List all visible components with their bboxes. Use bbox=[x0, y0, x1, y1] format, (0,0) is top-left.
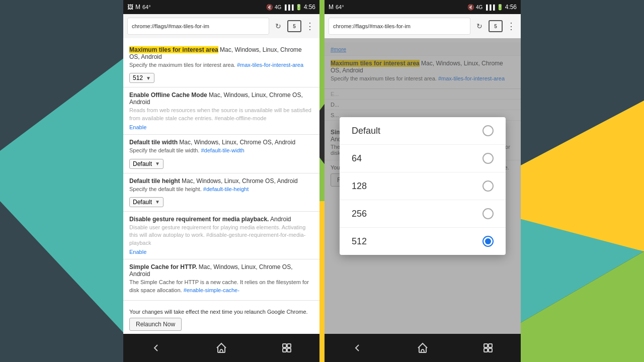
recents-btn-2[interactable] bbox=[475, 338, 501, 358]
signal-icon-2: 4G bbox=[476, 5, 482, 10]
flag-tile-width-desc: Specify the default tile width. #default… bbox=[129, 147, 313, 154]
flag-offline-link[interactable]: #enable-offline-mode bbox=[214, 115, 266, 121]
flag-offline-enable[interactable]: Enable bbox=[129, 124, 313, 130]
flag-tile-height-title-text: Default tile height bbox=[129, 177, 180, 185]
flag-gesture-platforms: Android bbox=[269, 216, 291, 223]
flag-tile-height-link[interactable]: #default-tile-height bbox=[203, 186, 249, 192]
back-btn-2[interactable] bbox=[345, 338, 370, 358]
modal-dialog: Default 64 128 256 bbox=[340, 117, 506, 255]
tile-width-dropdown[interactable]: Default ▼ bbox=[129, 159, 164, 169]
nav-bar-2 bbox=[325, 334, 521, 362]
svg-rect-15 bbox=[484, 344, 488, 347]
flags-list-1: Maximum tiles for interest area Mac, Win… bbox=[123, 38, 319, 305]
radio-circle-256[interactable] bbox=[482, 208, 494, 219]
flag-highlight: Maximum tiles for interest area bbox=[129, 46, 218, 53]
tile-width-arrow: ▼ bbox=[155, 161, 160, 166]
radio-option-256[interactable]: 256 bbox=[340, 200, 506, 228]
flag-gesture-enable[interactable]: Enable bbox=[129, 249, 313, 255]
url-input-2[interactable]: chrome://flags/#max-tiles-for-im bbox=[329, 18, 470, 35]
flag-tile-height-platforms: Mac, Windows, Linux, Chrome OS, Android bbox=[180, 177, 298, 185]
svg-rect-16 bbox=[489, 344, 492, 347]
mute-icon-2: 🔇 bbox=[467, 4, 474, 11]
radio-option-64[interactable]: 64 bbox=[340, 145, 506, 172]
address-bar-2[interactable]: chrome://flags/#max-tiles-for-im ↻ 5 ⋮ bbox=[325, 14, 521, 38]
tile-width-value: Default bbox=[133, 160, 152, 167]
svg-rect-18 bbox=[489, 348, 492, 352]
temp-1: 64° bbox=[142, 4, 151, 10]
url-input-1[interactable]: chrome://flags/#max-tiles-for-im bbox=[127, 18, 269, 35]
flag-simple-cache-link[interactable]: #enable-simple-cache- bbox=[184, 287, 239, 293]
home-btn-2[interactable] bbox=[410, 338, 435, 358]
phone-1: 🖼 M 64° 🔇 4G ▐▐▐ 🔋 4:56 chrome://flags/#… bbox=[123, 0, 319, 362]
relaunch-btn-1[interactable]: Relaunch Now bbox=[129, 318, 182, 331]
bars-icon: ▐▐▐ bbox=[283, 5, 293, 10]
tabs-btn-2[interactable]: 5 bbox=[489, 20, 503, 32]
radio-circle-default[interactable] bbox=[482, 125, 494, 136]
temp-2: 64° bbox=[336, 4, 344, 10]
max-tiles-value: 512 bbox=[133, 74, 143, 81]
menu-btn-1[interactable]: ⋮ bbox=[304, 21, 315, 32]
flag-simple-cache-title: Simple Cache for HTTP. Mac, Windows, Lin… bbox=[129, 263, 313, 278]
status-left-2: M 64° bbox=[329, 4, 344, 11]
flag-max-tiles-title: Maximum tiles for interest area Mac, Win… bbox=[129, 46, 313, 60]
radio-option-128[interactable]: 128 bbox=[340, 172, 506, 200]
flag-offline-title-text: Enable Offline Cache Mode bbox=[129, 92, 207, 99]
max-tiles-arrow: ▼ bbox=[146, 75, 151, 81]
tile-height-value: Default bbox=[133, 199, 152, 206]
tile-height-arrow: ▼ bbox=[155, 199, 160, 205]
flag-simple-cache-desc: The Simple Cache for HTTP is a new cache… bbox=[129, 279, 313, 294]
relaunch-text-1: Your changes will take effect the next t… bbox=[129, 309, 313, 315]
radio-option-default[interactable]: Default bbox=[340, 117, 506, 145]
tabs-count-1: 5 bbox=[293, 24, 296, 29]
reload-btn-1[interactable]: ↻ bbox=[272, 20, 284, 32]
svg-rect-11 bbox=[283, 344, 286, 347]
menu-btn-2[interactable]: ⋮ bbox=[506, 21, 517, 32]
battery-icon: 🔋 bbox=[295, 4, 302, 11]
signal-icon: 4G bbox=[275, 5, 281, 10]
svg-rect-14 bbox=[287, 348, 291, 352]
modal-overlay[interactable]: Default 64 128 256 bbox=[325, 38, 521, 334]
radio-circle-128[interactable] bbox=[482, 180, 494, 192]
tile-height-dropdown[interactable]: Default ▼ bbox=[129, 197, 164, 207]
status-left-1: 🖼 M 64° bbox=[127, 4, 151, 11]
time-2: 4:56 bbox=[505, 4, 517, 11]
battery-icon-2: 🔋 bbox=[497, 4, 504, 11]
radio-inner-512 bbox=[485, 238, 491, 244]
status-right-2: 🔇 4G ▐▐▐ 🔋 4:56 bbox=[467, 4, 517, 11]
flag-offline-title: Enable Offline Cache Mode Mac, Windows, … bbox=[129, 92, 313, 106]
address-bar-1[interactable]: chrome://flags/#max-tiles-for-im ↻ 5 ⋮ bbox=[123, 14, 319, 38]
radio-label-512: 512 bbox=[352, 236, 367, 247]
flag-gesture-title: Disable gesture requirement for media pl… bbox=[129, 216, 313, 223]
url-text-2: chrome://flags/#max-tiles-for-im bbox=[333, 23, 411, 29]
radio-label-default: Default bbox=[352, 126, 380, 136]
flag-offline-cache: Enable Offline Cache Mode Mac, Windows, … bbox=[123, 87, 319, 135]
flag-gesture: Disable gesture requirement for media pl… bbox=[123, 212, 319, 259]
gmail-icon-2: M bbox=[329, 4, 334, 11]
flag-simple-cache-title-text: Simple Cache for HTTP. bbox=[129, 263, 197, 270]
photo-icon: 🖼 bbox=[127, 4, 133, 11]
back-btn-1[interactable] bbox=[143, 338, 169, 358]
radio-option-512[interactable]: 512 bbox=[340, 228, 506, 255]
content-1: Maximum tiles for interest area Mac, Win… bbox=[123, 38, 319, 334]
time-1: 4:56 bbox=[304, 4, 315, 11]
flag-tile-width-platforms: Mac, Windows, Linux, Chrome OS, Android bbox=[178, 139, 295, 146]
flag-gesture-link[interactable]: #disable-gesture-requirement-for-media-p… bbox=[129, 232, 305, 245]
relaunch-bar-1: Your changes will take effect the next t… bbox=[123, 305, 319, 334]
recents-btn-1[interactable] bbox=[274, 338, 299, 358]
flag-tile-height: Default tile height Mac, Windows, Linux,… bbox=[123, 173, 319, 212]
tabs-btn-1[interactable]: 5 bbox=[287, 20, 301, 32]
content-2: #more Maximum tiles for interest area Ma… bbox=[325, 38, 521, 334]
status-bar-1: 🖼 M 64° 🔇 4G ▐▐▐ 🔋 4:56 bbox=[123, 0, 319, 14]
radio-circle-512[interactable] bbox=[482, 236, 494, 247]
flag-max-tiles-link[interactable]: #max-tiles-for-interest-area bbox=[237, 62, 303, 68]
tabs-count-2: 5 bbox=[494, 24, 497, 29]
phone-2: M 64° 🔇 4G ▐▐▐ 🔋 4:56 chrome://flags/#ma… bbox=[325, 0, 521, 362]
max-tiles-dropdown[interactable]: 512 ▼ bbox=[129, 73, 154, 83]
reload-btn-2[interactable]: ↻ bbox=[473, 20, 486, 32]
radio-circle-64[interactable] bbox=[482, 153, 494, 164]
phones-container: 🖼 M 64° 🔇 4G ▐▐▐ 🔋 4:56 chrome://flags/#… bbox=[0, 0, 644, 362]
flag-tile-width-link[interactable]: #default-tile-width bbox=[201, 147, 244, 153]
home-btn-1[interactable] bbox=[209, 338, 234, 358]
flag-offline-desc: Reads from web resources when the source… bbox=[129, 107, 313, 122]
nav-bar-1 bbox=[123, 334, 319, 362]
